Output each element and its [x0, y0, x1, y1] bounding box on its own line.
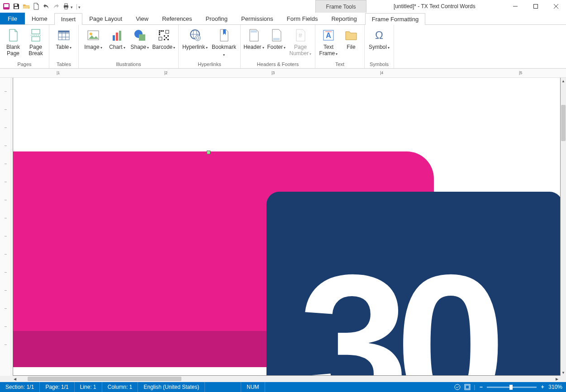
ruler-mark: |3	[271, 71, 275, 75]
document-area[interactable]: 30 ▲ ▼	[11, 78, 566, 376]
close-button[interactable]	[546, 0, 566, 13]
contextual-tab-label: Frame Tools	[315, 0, 366, 13]
status-language[interactable]: English (United States)	[138, 382, 205, 392]
svg-rect-12	[32, 37, 40, 41]
scroll-left-icon[interactable]: ◀	[11, 377, 19, 381]
svg-text:#: #	[299, 32, 302, 39]
barcode-button[interactable]: Barcode	[152, 27, 176, 51]
svg-text:Ω: Ω	[375, 29, 383, 41]
scroll-down-icon[interactable]: ▼	[561, 369, 566, 376]
status-column: Column: 1	[102, 382, 138, 392]
tab-home[interactable]: Home	[25, 13, 54, 24]
zoom-level[interactable]: 310%	[548, 384, 562, 390]
table-button[interactable]: Table	[52, 27, 76, 51]
footer-icon	[269, 28, 284, 43]
zoom-in-button[interactable]: +	[539, 384, 546, 390]
text-frame-button[interactable]: A Text Frame	[318, 27, 339, 57]
chart-button[interactable]: Chart	[107, 27, 128, 51]
open-icon[interactable]	[22, 2, 31, 11]
svg-point-21	[90, 33, 92, 35]
tab-proofing[interactable]: Proofing	[199, 13, 234, 24]
tab-reporting[interactable]: Reporting	[324, 13, 363, 24]
horizontal-ruler[interactable]: |1 |2 |3 |4 |5	[0, 69, 566, 78]
svg-rect-38	[167, 39, 169, 40]
qat-customize-dropdown[interactable]	[78, 5, 82, 8]
image-button[interactable]: Image	[81, 27, 105, 51]
svg-rect-1	[4, 4, 9, 7]
folder-icon	[343, 28, 359, 43]
new-icon[interactable]	[32, 2, 41, 11]
zoom-out-button[interactable]: −	[478, 384, 484, 390]
tab-form-fields[interactable]: Form Fields	[280, 13, 325, 24]
svg-rect-37	[164, 39, 165, 40]
tab-page-layout[interactable]: Page Layout	[82, 13, 129, 24]
header-button[interactable]: Header	[243, 27, 264, 51]
bookmark-button[interactable]: Bookmark	[210, 27, 238, 58]
track-changes-icon[interactable]	[454, 383, 461, 391]
svg-rect-26	[139, 34, 145, 41]
status-page[interactable]: Page: 1/1	[40, 382, 74, 392]
selection-handle[interactable]	[207, 151, 210, 154]
svg-rect-5	[65, 4, 67, 5]
barcode-icon	[156, 28, 171, 43]
svg-rect-52	[466, 385, 469, 389]
tab-frame-formatting[interactable]: Frame Formatting	[365, 13, 425, 25]
page-break-icon	[28, 28, 43, 43]
vertical-scrollbar[interactable]: ▲ ▼	[561, 78, 566, 376]
page-number-button: # Page Number	[289, 27, 312, 57]
redo-icon[interactable]	[52, 2, 61, 11]
undo-icon[interactable]	[42, 2, 51, 11]
file-button[interactable]: File	[341, 27, 361, 50]
svg-rect-29	[159, 32, 160, 33]
hyperlink-button[interactable]: Hyperlink	[181, 27, 209, 51]
svg-rect-36	[167, 35, 169, 37]
zoom-slider-knob[interactable]	[509, 385, 513, 390]
header-icon	[246, 28, 262, 43]
print-icon[interactable]	[62, 2, 71, 11]
vscroll-thumb[interactable]	[561, 105, 566, 141]
svg-rect-8	[533, 5, 537, 9]
maximize-button[interactable]	[525, 0, 546, 13]
group-tables-label: Tables	[52, 60, 76, 68]
tab-references[interactable]: References	[155, 13, 199, 24]
symbol-button[interactable]: Ω Symbol	[367, 27, 391, 51]
scroll-up-icon[interactable]: ▲	[561, 78, 566, 84]
zoom-slider[interactable]	[487, 387, 537, 388]
footer-button[interactable]: Footer	[266, 27, 287, 51]
svg-rect-23	[116, 33, 118, 41]
svg-rect-11	[32, 29, 40, 34]
hscroll-thumb[interactable]	[28, 377, 181, 381]
svg-text:A: A	[326, 32, 331, 39]
status-section[interactable]: Section: 1/1	[0, 382, 40, 392]
horizontal-scrollbar[interactable]: ◀ ▶	[0, 376, 566, 382]
page-break-button[interactable]: Page Break	[25, 27, 46, 57]
text-frame-icon: A	[321, 28, 336, 43]
minimize-button[interactable]	[505, 0, 525, 13]
tab-insert[interactable]: Insert	[54, 13, 83, 25]
status-spacer	[205, 382, 241, 392]
symbol-icon: Ω	[371, 28, 387, 43]
page-view-icon[interactable]	[464, 383, 471, 391]
ruler-mark: |1	[57, 71, 60, 75]
svg-rect-44	[273, 38, 280, 40]
qat-print-dropdown[interactable]	[71, 5, 74, 8]
blank-page-button[interactable]: Blank Page	[3, 27, 24, 57]
svg-rect-22	[113, 35, 115, 41]
ruler-mark: |5	[519, 71, 522, 75]
app-icon[interactable]	[2, 2, 11, 11]
shape-button[interactable]: Shape	[129, 27, 150, 51]
group-text-label: Text	[318, 60, 361, 68]
save-icon[interactable]	[12, 2, 21, 11]
svg-rect-31	[159, 34, 160, 35]
tab-file[interactable]: File	[0, 13, 25, 24]
svg-rect-27	[159, 30, 160, 32]
vertical-ruler[interactable]	[0, 78, 11, 376]
ruler-mark: |2	[164, 71, 167, 75]
tab-permissions[interactable]: Permissions	[234, 13, 280, 24]
tab-view[interactable]: View	[129, 13, 155, 24]
group-pages-label: Pages	[3, 60, 46, 68]
scroll-right-icon[interactable]: ▶	[553, 377, 561, 381]
status-line: Line: 1	[75, 382, 102, 392]
group-headers-footers-label: Headers & Footers	[243, 60, 312, 68]
bookmark-icon	[216, 28, 232, 43]
